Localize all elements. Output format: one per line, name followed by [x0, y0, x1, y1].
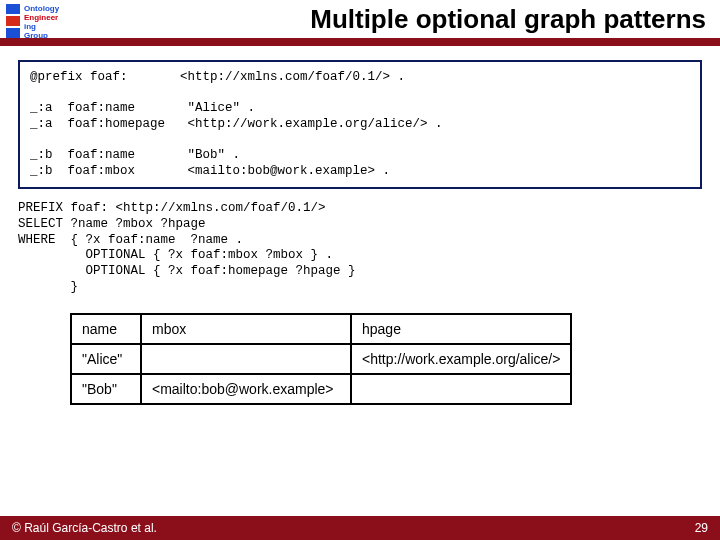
page-number: 29 — [695, 521, 708, 535]
cell: <http://work.example.org/alice/> — [351, 344, 571, 374]
page-title: Multiple optional graph patterns — [310, 4, 706, 35]
results-table: name mbox hpage "Alice" <http://work.exa… — [70, 313, 572, 405]
cell: "Alice" — [71, 344, 141, 374]
cell: <mailto:bob@work.example> — [141, 374, 351, 404]
logo-line: Engineer — [24, 13, 58, 22]
logo-line: Ontology — [24, 4, 59, 13]
sparql-query: PREFIX foaf: <http://xmlns.com/foaf/0.1/… — [18, 201, 702, 295]
rdf-data-box: @prefix foaf: <http://xmlns.com/foaf/0.1… — [18, 60, 702, 189]
cell — [351, 374, 571, 404]
footer-copyright: © Raúl García-Castro et al. — [12, 521, 157, 535]
cell — [141, 344, 351, 374]
col-mbox: mbox — [141, 314, 351, 344]
footer-bar: © Raúl García-Castro et al. 29 — [0, 516, 720, 540]
col-name: name — [71, 314, 141, 344]
table-row: "Bob" <mailto:bob@work.example> — [71, 374, 571, 404]
table-row: "Alice" <http://work.example.org/alice/> — [71, 344, 571, 374]
cell: "Bob" — [71, 374, 141, 404]
title-bar: Ontology Engineer ing Group Multiple opt… — [0, 0, 720, 46]
col-hpage: hpage — [351, 314, 571, 344]
table-header-row: name mbox hpage — [71, 314, 571, 344]
title-stripe — [0, 38, 720, 46]
